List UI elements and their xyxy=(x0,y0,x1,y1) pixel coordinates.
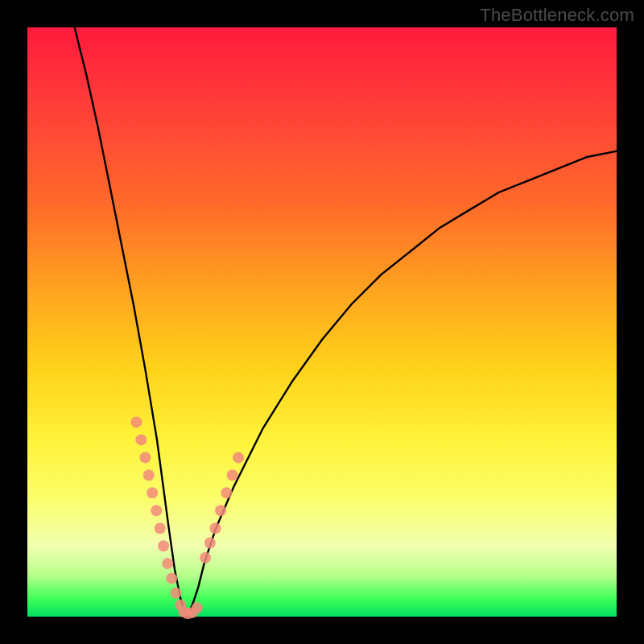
plot-area xyxy=(27,27,617,617)
marker-dot xyxy=(171,588,182,599)
chart-svg xyxy=(27,27,617,617)
marker-dot xyxy=(227,469,238,481)
marker-dot xyxy=(204,538,216,549)
marker-dot xyxy=(233,452,244,463)
marker-dot xyxy=(162,558,173,569)
marker-dot xyxy=(143,469,155,481)
marker-dot xyxy=(135,434,147,445)
marker-dot xyxy=(210,522,221,534)
marker-dot xyxy=(200,552,211,564)
marker-dot xyxy=(139,452,151,463)
marker-dot xyxy=(155,522,166,534)
marker-dot xyxy=(158,540,169,551)
marker-dot xyxy=(221,487,232,498)
marker-dot xyxy=(166,572,177,584)
marker-dot xyxy=(151,505,162,516)
chart-frame: TheBottleneck.com xyxy=(0,0,644,644)
right-branch-markers xyxy=(200,452,244,563)
marker-dot xyxy=(130,416,142,427)
watermark-text: TheBottleneck.com xyxy=(480,5,634,26)
marker-dot xyxy=(215,505,226,516)
marker-dot xyxy=(147,487,158,498)
marker-dot xyxy=(192,602,203,613)
